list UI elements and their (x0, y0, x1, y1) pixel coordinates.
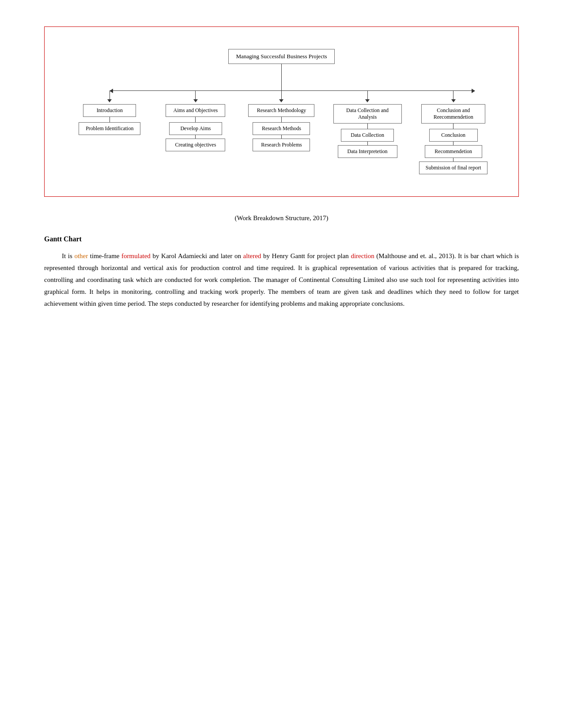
wbs-col5-item1: Conclusion (429, 129, 478, 142)
para-part2: time-frame (88, 252, 121, 259)
wbs-col2-item1: Develop Aims (169, 122, 222, 135)
diagram-caption: (Work Breakdown Structure, 2017) (44, 214, 519, 222)
para-formulated: formulated (121, 252, 151, 259)
wbs-root-node: Managing Successful Business Projects (228, 49, 334, 64)
para-other: other (74, 252, 88, 259)
wbs-col4-item1: Data Collection (341, 129, 394, 142)
wbs-col2-item2: Creating objectives (166, 139, 225, 151)
wbs-col4-header: Data Collection and Analysis (333, 104, 402, 124)
wbs-diagram: Managing Successful Business Projects (44, 26, 519, 197)
main-paragraph: It is other time-frame formulated by Kar… (44, 250, 519, 310)
section-heading: Gantt Chart (44, 235, 519, 243)
wbs-col1-header: Introduction (83, 104, 136, 117)
wbs-col5-header: Conclusion and Reecommendetion (421, 104, 485, 124)
wbs-col4-item2: Data Interpretetion (338, 145, 397, 158)
wbs-col3-header: Research Methodology (248, 104, 314, 117)
wbs-col5-item2: Recommendetion (425, 145, 482, 158)
para-part3: by Karol Adamiecki and later on (151, 252, 243, 259)
para-altered: altered (243, 252, 261, 259)
para-part5: (Malthouse and et. al., 2013). It is bar… (44, 252, 519, 307)
para-part1: It is (62, 252, 74, 259)
para-direction: direction (351, 252, 374, 259)
para-part4: by Henry Gantt for project plan (261, 252, 351, 259)
wbs-col5-item3: Submission of final report (419, 161, 487, 174)
wbs-col3-item2: Research Problems (253, 139, 310, 151)
wbs-col2-header: Aims and Objectives (166, 104, 225, 117)
wbs-col3-item1: Research Methods (253, 122, 310, 135)
wbs-col1-item1: Problem Identification (79, 122, 140, 135)
